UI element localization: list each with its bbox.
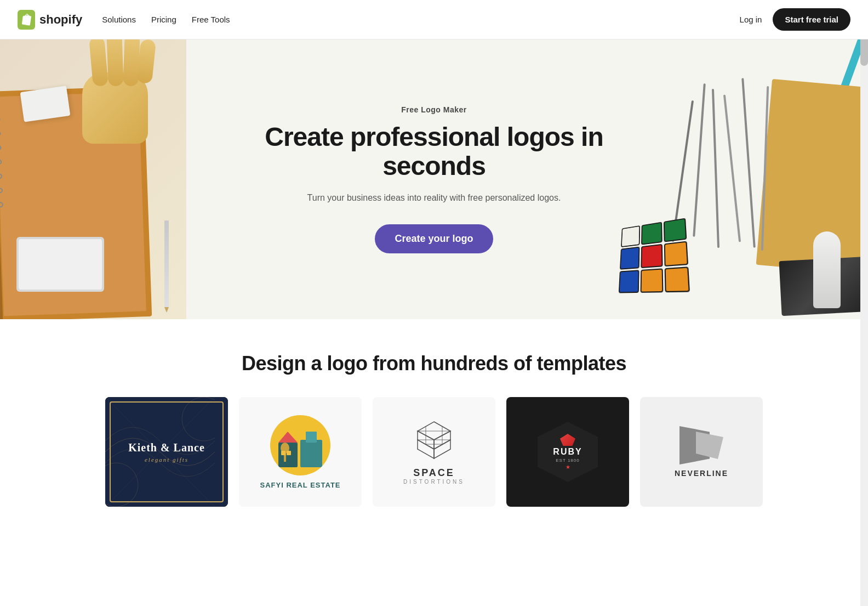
nav-pricing[interactable]: Pricing: [151, 13, 176, 26]
template-3-inner: SPACE DISTORTIONS: [373, 397, 495, 507]
template-card-safyi[interactable]: SAFYI REAL ESTATE: [239, 397, 362, 507]
ruby-gem: [560, 434, 575, 446]
svg-rect-9: [287, 451, 291, 455]
template-card-kieth-lance[interactable]: Kieth & Lance elegant gifts: [105, 397, 228, 507]
template-1-subtitle: elegant gifts: [128, 456, 205, 463]
templates-title: Design a logo from hundreds of templates: [18, 352, 850, 375]
nav-links: Solutions Pricing Free Tools: [102, 13, 230, 26]
neverline-text: NEVERLINE: [675, 469, 728, 478]
ruby-star: ★: [566, 464, 570, 470]
templates-grid: Kieth & Lance elegant gifts: [105, 397, 763, 507]
hero-subtitle: Free Logo Maker: [259, 105, 609, 114]
center-pencil: [164, 220, 169, 308]
hero-bg-left: [0, 39, 186, 319]
template-1-text: Kieth & Lance elegant gifts: [128, 441, 205, 463]
svg-rect-8: [281, 451, 285, 455]
spoon-decoration: [753, 242, 863, 308]
template-2-inner: SAFYI REAL ESTATE: [239, 397, 362, 507]
isometric-cube-svg: [412, 419, 456, 463]
scrollbar[interactable]: [860, 0, 868, 529]
shopify-bag-icon: [21, 13, 32, 26]
neverline-graphic: [679, 426, 723, 465]
navbar: shopify Solutions Pricing Free Tools Log…: [0, 0, 868, 39]
ruby-hex: RUBY EST 1800 ★: [538, 422, 598, 482]
nav-solutions[interactable]: Solutions: [102, 13, 136, 26]
safyi-text: SAFYI REAL ESTATE: [260, 481, 340, 489]
svg-rect-5: [306, 432, 317, 443]
rubiks-cube: [616, 220, 704, 308]
template-1-name: Kieth & Lance: [128, 441, 205, 454]
svg-point-1: [182, 397, 215, 441]
template-card-ruby[interactable]: RUBY EST 1800 ★: [506, 397, 629, 507]
space-text-main: SPACE: [413, 467, 455, 479]
start-trial-button[interactable]: Start free trial: [773, 8, 850, 31]
hero-title: Create professional logos in seconds: [259, 123, 609, 181]
template-card-space[interactable]: SPACE DISTORTIONS: [373, 397, 495, 507]
shopify-logo-icon: [18, 10, 35, 30]
ruby-text: RUBY: [553, 447, 582, 457]
wooden-hand-decoration: [66, 39, 175, 155]
template-5-inner: NEVERLINE: [640, 397, 763, 507]
hero-description: Turn your business ideas into reality wi…: [259, 191, 609, 205]
svg-rect-4: [300, 440, 322, 467]
template-1-inner: Kieth & Lance elegant gifts: [105, 397, 228, 507]
logo-text: shopify: [39, 13, 82, 27]
eraser-decoration: [20, 86, 71, 122]
template-card-neverline[interactable]: NEVERLINE: [640, 397, 763, 507]
svg-point-0: [105, 463, 138, 507]
svg-marker-3: [278, 432, 298, 443]
logo-link[interactable]: shopify: [18, 10, 82, 30]
hero-section: Free Logo Maker Create professional logo…: [0, 39, 868, 319]
safyi-logo-circle: [270, 415, 330, 475]
nav-left: shopify Solutions Pricing Free Tools: [18, 10, 230, 30]
ruby-est: EST 1800: [556, 458, 579, 463]
space-text-sub: DISTORTIONS: [403, 479, 465, 485]
template-4-inner: RUBY EST 1800 ★: [506, 397, 629, 507]
hero-content: Free Logo Maker Create professional logo…: [248, 105, 620, 254]
create-logo-button[interactable]: Create your logo: [375, 224, 493, 253]
laptop-decoration: [16, 237, 104, 292]
svg-marker-10: [418, 422, 450, 440]
login-link[interactable]: Log in: [740, 15, 762, 24]
nav-free-tools[interactable]: Free Tools: [192, 13, 230, 26]
nav-right: Log in Start free trial: [740, 8, 850, 31]
real-estate-icon: [276, 421, 325, 470]
templates-section: Design a logo from hundreds of templates…: [0, 319, 868, 529]
